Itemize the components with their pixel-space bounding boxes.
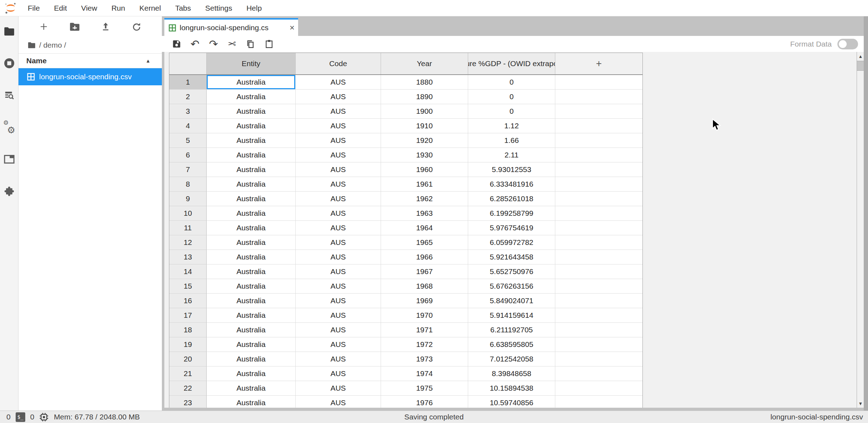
grid-cell[interactable]: 1967 — [381, 264, 468, 279]
grid-cell[interactable]: AUS — [296, 148, 381, 162]
grid-cell[interactable]: Australia — [207, 235, 296, 250]
grid-row-header[interactable]: 7 — [169, 162, 207, 177]
grid-cell[interactable]: 8.39848658 — [468, 366, 555, 381]
refresh-button[interactable] — [131, 21, 143, 33]
grid-cell[interactable]: Australia — [207, 323, 296, 337]
grid-cell[interactable]: AUS — [296, 366, 381, 381]
grid-cell[interactable]: Australia — [207, 366, 296, 381]
grid-cell[interactable]: Australia — [207, 352, 296, 366]
grid-cell[interactable]: 1971 — [381, 323, 468, 337]
grid-row-header[interactable]: 21 — [169, 366, 207, 381]
grid-cell[interactable]: 1966 — [381, 250, 468, 264]
grid-cell-empty[interactable] — [555, 352, 642, 366]
file-list-name-header[interactable]: Name ▲ — [18, 53, 162, 68]
grid-cell-empty[interactable] — [555, 75, 642, 90]
grid-cell[interactable]: 1975 — [381, 381, 468, 396]
grid-cell[interactable]: 1900 — [381, 104, 468, 119]
grid-cell[interactable]: AUS — [296, 177, 381, 192]
grid-cell-empty[interactable] — [555, 133, 642, 148]
scrollbar-down-icon[interactable]: ▼ — [857, 399, 864, 408]
grid-cell[interactable]: 6.285261018 — [468, 192, 555, 206]
save-button[interactable] — [171, 39, 182, 49]
grid-row-header[interactable]: 1 — [169, 75, 207, 90]
grid-row-header[interactable]: 20 — [169, 352, 207, 366]
grid-cell[interactable]: 1968 — [381, 279, 468, 294]
grid-cell[interactable]: AUS — [296, 235, 381, 250]
grid-row-header[interactable]: 22 — [169, 381, 207, 396]
grid-cell[interactable]: AUS — [296, 133, 381, 148]
grid-cell[interactable]: 10.15894538 — [468, 381, 555, 396]
grid-cell[interactable]: Australia — [207, 250, 296, 264]
menu-item-view[interactable]: View — [74, 0, 104, 16]
grid-col-header-add[interactable]: + — [555, 53, 642, 74]
grid-cell[interactable]: Australia — [207, 279, 296, 294]
grid-row-header[interactable]: 5 — [169, 133, 207, 148]
tab-csv-file[interactable]: longrun-social-spending.cs × — [164, 18, 298, 36]
grid-col-header-code[interactable]: Code — [296, 53, 381, 74]
grid-col-header-year[interactable]: Year — [381, 53, 468, 74]
grid-cell[interactable]: Australia — [207, 221, 296, 235]
grid-row-header[interactable]: 8 — [169, 177, 207, 192]
grid-row-header[interactable]: 4 — [169, 119, 207, 133]
grid-cell-empty[interactable] — [555, 323, 642, 337]
grid-cell[interactable]: AUS — [296, 381, 381, 396]
grid-cell[interactable]: 1910 — [381, 119, 468, 133]
extensions-puzzle-icon[interactable] — [0, 182, 18, 200]
file-list-item-selected[interactable]: longrun-social-spending.csv — [18, 68, 162, 85]
grid-cell[interactable]: 1890 — [381, 90, 468, 104]
grid-cell[interactable]: 1973 — [381, 352, 468, 366]
settings-gears-icon[interactable]: ⚙⚙ — [0, 118, 18, 136]
grid-row-header[interactable]: 19 — [169, 337, 207, 352]
grid-cell[interactable]: 5.914159614 — [468, 308, 555, 323]
grid-cell[interactable]: 1976 — [381, 396, 468, 408]
grid-cell-empty[interactable] — [555, 308, 642, 323]
grid-row-header[interactable]: 2 — [169, 90, 207, 104]
menu-item-file[interactable]: File — [21, 0, 47, 16]
running-sessions-icon[interactable] — [0, 54, 18, 73]
copy-button[interactable] — [245, 39, 256, 49]
grid-cell[interactable]: AUS — [296, 90, 381, 104]
grid-cell[interactable]: Australia — [207, 192, 296, 206]
grid-cell[interactable]: 6.638595805 — [468, 337, 555, 352]
grid-cell-empty[interactable] — [555, 104, 642, 119]
grid-cell[interactable]: Australia — [207, 162, 296, 177]
grid-cell[interactable]: 1960 — [381, 162, 468, 177]
grid-cell[interactable]: AUS — [296, 221, 381, 235]
grid-cell[interactable]: Australia — [207, 133, 296, 148]
grid-cell[interactable]: 1974 — [381, 366, 468, 381]
grid-cell[interactable]: 5.652750976 — [468, 264, 555, 279]
grid-cell[interactable]: AUS — [296, 192, 381, 206]
grid-cell[interactable]: AUS — [296, 279, 381, 294]
grid-row-header[interactable]: 14 — [169, 264, 207, 279]
grid-cell[interactable]: 0 — [468, 75, 555, 90]
grid-cell[interactable]: 1880 — [381, 75, 468, 90]
grid-cell-empty[interactable] — [555, 366, 642, 381]
menu-item-settings[interactable]: Settings — [198, 0, 239, 16]
grid-cell[interactable]: 1964 — [381, 221, 468, 235]
new-launcher-button[interactable] — [38, 21, 50, 33]
grid-cell[interactable]: 2.11 — [468, 148, 555, 162]
grid-cell-empty[interactable] — [555, 192, 642, 206]
grid-cell[interactable]: 5.976754619 — [468, 221, 555, 235]
grid-cell[interactable]: 1970 — [381, 308, 468, 323]
grid-vertical-scrollbar[interactable]: ▲ ▼ — [857, 52, 864, 408]
grid-cell-empty[interactable] — [555, 90, 642, 104]
grid-cell[interactable]: 1962 — [381, 192, 468, 206]
grid-cell[interactable]: AUS — [296, 162, 381, 177]
upload-button[interactable] — [100, 21, 112, 33]
grid-cell-empty[interactable] — [555, 250, 642, 264]
grid-cell[interactable]: 1930 — [381, 148, 468, 162]
grid-cell[interactable]: Australia — [207, 119, 296, 133]
grid-cell[interactable]: AUS — [296, 308, 381, 323]
grid-row-header[interactable]: 12 — [169, 235, 207, 250]
undo-button[interactable]: ↶ — [190, 39, 200, 49]
grid-cell[interactable]: 1920 — [381, 133, 468, 148]
grid-cell-empty[interactable] — [555, 396, 642, 408]
grid-cell-empty[interactable] — [555, 162, 642, 177]
grid-col-header-entity[interactable]: Entity — [207, 53, 296, 74]
grid-cell[interactable]: AUS — [296, 396, 381, 408]
grid-corner-header[interactable] — [169, 53, 207, 74]
grid-cell[interactable]: Australia — [207, 381, 296, 396]
redo-button[interactable]: ↷ — [208, 39, 219, 49]
grid-cell[interactable]: 10.59740856 — [468, 396, 555, 408]
